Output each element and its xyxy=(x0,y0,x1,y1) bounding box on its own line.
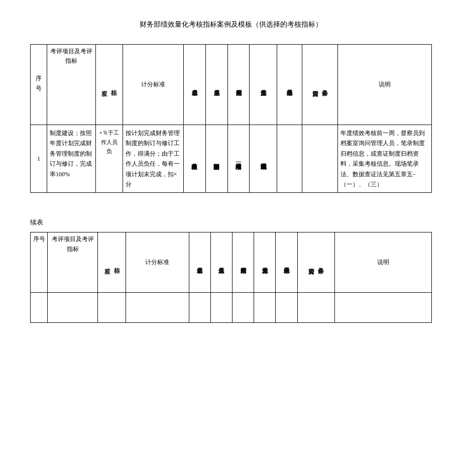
cell-collector: 督察员或考核员 xyxy=(183,125,205,193)
header-time: 信息采集时间 xyxy=(227,45,250,125)
cont-header-prerequisite: 必备条件 所需资源 xyxy=(297,232,334,293)
cont-header-result: 信息采集结果 xyxy=(276,232,297,293)
cont-header-note: 说明 xyxy=(334,232,431,293)
header-seqno: 序号 序号 xyxy=(31,45,47,125)
header-point: 信息采集点 xyxy=(205,45,227,125)
header-eval: 考评项目及考评指标 xyxy=(47,45,95,125)
table-row: 1 制度建设；按照年度计划完成财务管理制度的制订与修订，完成率100% ×％于工… xyxy=(31,125,432,193)
continuation-table: 序号 考评项目及考评指标 指标 权重 计分标准 信息采集者 xyxy=(30,232,432,323)
cont-data-row xyxy=(31,293,432,323)
header-weight: 指标 权重 xyxy=(95,45,123,125)
table-header-row: 序号 序号 考评项目及考评指标 指标 权重 计分标准 信息采集者 信息采集点 xyxy=(31,45,432,125)
header-prerequisite: 必备条件 所需资源 xyxy=(302,45,337,125)
cell-seqno: 1 xyxy=(31,125,47,193)
header-note: 说明 xyxy=(338,45,432,125)
cell-calc: 按计划完成财务管理制度的制订与修订工作，得满分；由于工作人员负任，每有一项计划未… xyxy=(123,125,183,193)
cell-point: 档案室制度存档资料 xyxy=(205,125,227,193)
header-collector: 信息采集者 xyxy=(183,45,205,125)
cont-header-collector: 信息采集者 xyxy=(189,232,210,293)
header-method: 信息采集方法 xyxy=(250,45,277,125)
cont-header-point: 信息采集点 xyxy=(210,232,232,293)
cell-eval: 制度建设；按照年度计划完成财务管理制度的制订与修订，完成率100% xyxy=(47,125,95,193)
cell-method: 现场笔录法或数据查证法 xyxy=(250,125,277,193)
cont-header-method: 信息采集方法 xyxy=(254,232,276,293)
cont-header-row: 序号 考评项目及考评指标 指标 权重 计分标准 信息采集者 xyxy=(31,232,432,293)
header-calc: 计分标准 xyxy=(123,45,183,125)
cell-time: 年度绩效考核前一周 xyxy=(227,125,250,193)
cont-header-eval: 考评项目及考评指标 xyxy=(48,232,98,293)
cell-note: 年度绩效考核前一周，督察员到档案室询问管理人员，笔录制度归档信息，或查证制度归档… xyxy=(338,125,432,193)
cell-prerequisite xyxy=(302,125,337,193)
cont-header-time: 信息采集时间 xyxy=(232,232,254,293)
cell-weight: ×％于工作人员负 xyxy=(95,125,123,193)
cont-header-seqno: 序号 xyxy=(31,232,48,293)
cell-result xyxy=(277,125,302,193)
main-table: 序号 序号 考评项目及考评指标 指标 权重 计分标准 信息采集者 信息采集点 xyxy=(30,44,432,193)
cont-header-calc: 计分标准 xyxy=(126,232,189,293)
header-result: 信息采集结果 xyxy=(277,45,302,125)
cont-header-weight: 指标 权重 xyxy=(98,232,126,293)
continuation-label: 续表 xyxy=(30,218,432,227)
page-title: 财务部绩效量化考核指标案例及模板（供选择的考核指标） xyxy=(30,20,432,29)
